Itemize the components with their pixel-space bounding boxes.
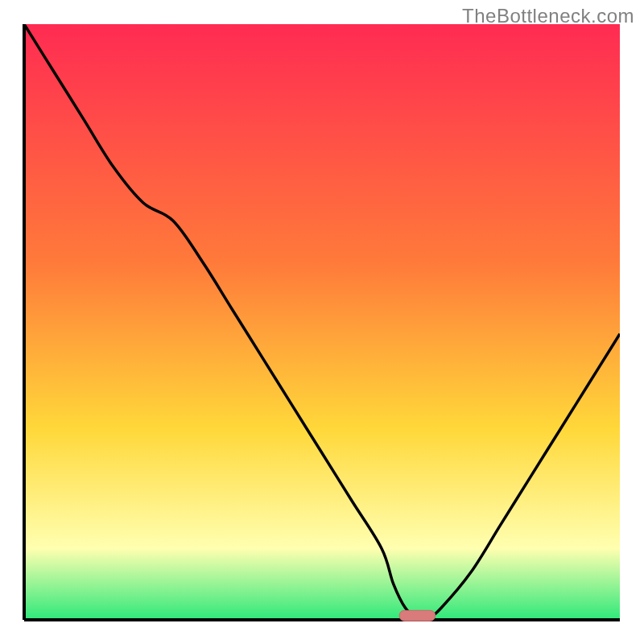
watermark-label: TheBottleneck.com [462,5,634,27]
optimal-point-marker [399,610,435,621]
gradient-background [24,24,620,620]
bottleneck-curve-chart: TheBottleneck.com [0,0,644,644]
chart-svg [0,0,644,644]
